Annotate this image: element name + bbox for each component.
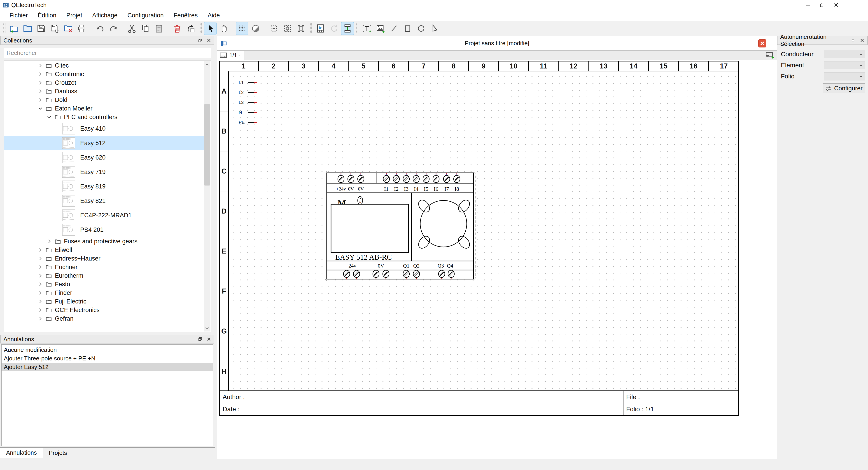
delete-button[interactable] xyxy=(171,22,184,35)
grid-button[interactable] xyxy=(236,22,248,35)
folio-tab[interactable]: 1/1 - xyxy=(217,51,245,60)
source-conductor-pe[interactable]: PE xyxy=(239,120,258,125)
tree-item-eaton-moeller[interactable]: Eaton Moeller xyxy=(4,104,204,113)
toolbar-drag-handle[interactable] xyxy=(3,23,5,34)
element-combobox[interactable] xyxy=(824,61,865,69)
tree-item-citec[interactable]: Citec xyxy=(4,61,204,70)
annulations-float-button[interactable] xyxy=(198,337,203,342)
conducteur-combobox[interactable] xyxy=(824,50,865,58)
chevron-right-icon[interactable] xyxy=(38,316,43,321)
menu-edition[interactable]: Édition xyxy=(33,10,61,20)
toolbar-drag-handle[interactable] xyxy=(356,23,359,34)
search-input[interactable] xyxy=(4,48,211,58)
tree-scrollbar[interactable] xyxy=(204,61,211,331)
toolbar-drag-handle[interactable] xyxy=(310,23,312,34)
contrast-button[interactable] xyxy=(249,22,262,35)
restore-button[interactable] xyxy=(815,0,829,10)
add-ellipse-button[interactable] xyxy=(415,22,428,35)
tree-item-ps4-201[interactable]: PS4 201 xyxy=(4,223,204,237)
chevron-right-icon[interactable] xyxy=(38,299,43,304)
menu-projet[interactable]: Projet xyxy=(61,10,87,20)
tree-item-fuji-electric[interactable]: Fuji Electric xyxy=(4,297,204,306)
chevron-down-icon[interactable] xyxy=(47,115,52,120)
close-button[interactable] xyxy=(829,0,843,10)
tree-item-plc-and-controllers[interactable]: PLC and controllers xyxy=(4,113,204,121)
folio-combobox[interactable] xyxy=(824,72,865,81)
source-conductor-n[interactable]: N xyxy=(239,110,258,115)
add-rectangle-button[interactable] xyxy=(401,22,414,35)
tree-item-ec4p-222-mrad1[interactable]: EC4P-222-MRAD1 xyxy=(4,208,204,223)
chevron-right-icon[interactable] xyxy=(38,307,43,313)
add-folio-button[interactable] xyxy=(765,51,775,60)
chevron-right-icon[interactable] xyxy=(38,71,43,77)
project-close-button[interactable] xyxy=(758,39,766,48)
menu-configuration[interactable]: Configuration xyxy=(122,10,169,20)
save-as-button[interactable] xyxy=(48,22,61,35)
tree-item-easy-620[interactable]: Easy 620 xyxy=(4,150,204,165)
chevron-down-icon[interactable] xyxy=(38,106,43,111)
tree-item-danfoss[interactable]: Danfoss xyxy=(4,87,204,95)
tree-item-dold[interactable]: Dold xyxy=(4,95,204,104)
diagram-canvas[interactable]: 1234567891011121314151617 ABCDEFGH L1L2L… xyxy=(217,60,777,459)
easy512-element[interactable]: M oeller M EASY 512 AB-RC xyxy=(324,171,476,281)
dock-splitter[interactable] xyxy=(215,36,217,459)
menu-affichage[interactable]: Affichage xyxy=(87,10,122,20)
open-project-button[interactable] xyxy=(21,22,34,35)
tree-item-eliwell[interactable]: Eliwell xyxy=(4,245,204,254)
undo-history-item[interactable]: Ajouter Three-pole source + PE +N xyxy=(2,354,213,363)
add-text-button[interactable] xyxy=(361,22,373,35)
dock-tab-projets[interactable]: Projets xyxy=(43,448,73,458)
toolbar-drag-handle[interactable] xyxy=(199,23,202,34)
menu-fichier[interactable]: Fichier xyxy=(4,10,33,20)
add-line-button[interactable] xyxy=(388,22,400,35)
chevron-right-icon[interactable] xyxy=(38,290,43,295)
source-conductor-l2[interactable]: L2 xyxy=(239,90,258,95)
tree-item-fuses-and-protective-gears[interactable]: Fuses and protective gears xyxy=(4,237,204,245)
tree-item-easy-819[interactable]: Easy 819 xyxy=(4,179,204,194)
tree-item-easy-410[interactable]: Easy 410 xyxy=(4,121,204,136)
autonumbering-float-button[interactable] xyxy=(851,38,856,43)
tree-item-festo[interactable]: Festo xyxy=(4,280,204,289)
print-button[interactable] xyxy=(75,22,88,35)
tree-item-gefran[interactable]: Gefran xyxy=(4,314,204,323)
scrollbar-thumb[interactable] xyxy=(204,104,210,185)
configure-button[interactable]: Configurer xyxy=(823,83,865,93)
chevron-right-icon[interactable] xyxy=(38,265,43,270)
autonumbering-close-button[interactable] xyxy=(860,38,865,43)
chevron-right-icon[interactable] xyxy=(38,247,43,253)
scroll-down-icon[interactable] xyxy=(204,325,211,331)
minimize-button[interactable] xyxy=(801,0,815,10)
rotate-folio-button[interactable] xyxy=(328,22,340,35)
chevron-right-icon[interactable] xyxy=(38,97,43,102)
save-button[interactable] xyxy=(35,22,48,35)
conductor-mode-button[interactable] xyxy=(341,22,354,35)
collections-close-button[interactable] xyxy=(207,38,211,43)
select-mode-button[interactable] xyxy=(204,22,217,35)
tree-item-comitronic[interactable]: Comitronic xyxy=(4,70,204,79)
zoom-reset-button[interactable] xyxy=(295,22,307,35)
tree-item-easy-821[interactable]: Easy 821 xyxy=(4,194,204,208)
titleblock-editor-button[interactable] xyxy=(314,22,327,35)
rotate-button[interactable] xyxy=(185,22,197,35)
dock-tab-annulations[interactable]: Annulations xyxy=(0,448,43,458)
new-project-button[interactable] xyxy=(8,22,20,35)
cut-button[interactable] xyxy=(126,22,138,35)
undo-history-item[interactable]: Ajouter Easy 512 xyxy=(2,363,213,371)
undo-button[interactable] xyxy=(94,22,106,35)
add-polygon-button[interactable] xyxy=(428,22,441,35)
chevron-right-icon[interactable] xyxy=(38,80,43,85)
tree-item-easy-512[interactable]: Easy 512 xyxy=(4,136,204,150)
chevron-right-icon[interactable] xyxy=(38,89,43,94)
chevron-right-icon[interactable] xyxy=(38,256,43,261)
zoom-fit-button[interactable] xyxy=(281,22,294,35)
undo-history-item[interactable]: Aucune modification xyxy=(2,346,213,354)
collections-float-button[interactable] xyxy=(198,38,203,43)
scroll-up-icon[interactable] xyxy=(204,61,211,68)
tree-item-easy-719[interactable]: Easy 719 xyxy=(4,165,204,179)
tree-item-gce-electronics[interactable]: GCE Electronics xyxy=(4,306,204,314)
menu-aide[interactable]: Aide xyxy=(203,10,225,20)
paste-button[interactable] xyxy=(153,22,165,35)
chevron-right-icon[interactable] xyxy=(47,239,52,244)
source-conductor-l3[interactable]: L3 xyxy=(239,100,258,105)
tree-item-crouzet[interactable]: Crouzet xyxy=(4,79,204,87)
